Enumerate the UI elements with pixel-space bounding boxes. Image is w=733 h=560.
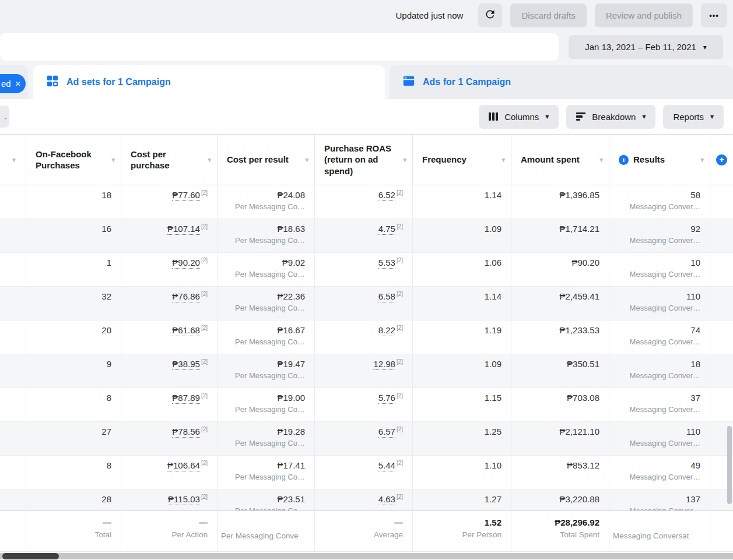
tab-ads[interactable]: Ads for 1 Campaign: [390, 65, 733, 99]
cell-cost-per-result: ₱17.41 Per Messaging Co…: [218, 456, 315, 489]
cell-results: 58 Messaging Conver…: [609, 185, 710, 219]
cell-roas: 8.22[2]: [315, 320, 413, 354]
total-roas: — Average: [315, 511, 413, 551]
reports-button[interactable]: Reports ▾: [663, 105, 724, 129]
cell-cost-per-purchase: ₱106.64[2]: [121, 456, 218, 489]
sort-caret-icon: ▾: [599, 156, 603, 164]
table-row: 9 ₱38.95[2] ₱19.47 Per Messaging Co… 12.…: [0, 354, 733, 388]
cost-per-purchase-value: ₱107.14: [167, 224, 200, 235]
header-label: Cost per purchase: [131, 149, 205, 171]
chevron-down-icon: ▾: [703, 44, 707, 51]
more-options-button[interactable]: •••: [701, 3, 727, 27]
ellipsis-icon: •••: [709, 11, 719, 20]
cost-per-result-unit: Per Messaging Co…: [222, 270, 305, 279]
date-range-button[interactable]: Jan 13, 2021 – Feb 11, 2021 ▾: [569, 35, 723, 59]
footnote-marker: [2]: [397, 291, 403, 297]
cell-cost-per-purchase: ₱76.86[2]: [121, 287, 218, 320]
cell-cost-per-result: ₱9.02 Per Messaging Co…: [218, 253, 315, 286]
cost-per-result-value: ₱9.02: [222, 258, 305, 267]
roas-value: 4.63: [378, 494, 395, 505]
footnote-marker: [2]: [397, 426, 403, 432]
close-icon[interactable]: ✕: [15, 80, 21, 88]
dot-icon: ·: [5, 114, 7, 122]
header-purchase-roas[interactable]: Purchase ROAS (return on ad spend) ▾: [315, 135, 413, 185]
results-unit: Messaging Conver…: [614, 439, 700, 448]
cost-per-result-value: ₱24.08: [222, 190, 305, 200]
horizontal-scrollbar-thumb[interactable]: [2, 553, 59, 559]
frequency-value: 1.14: [485, 190, 501, 200]
breakdown-button[interactable]: Breakdown ▾: [566, 105, 655, 129]
header-cost-per-result[interactable]: Cost per result ▾: [218, 135, 315, 185]
columns-button[interactable]: Columns ▾: [479, 105, 559, 129]
amount-spent-value: ₱90.20: [571, 258, 599, 267]
cost-per-purchase-value: ₱87.89: [172, 393, 200, 404]
total-frequency-label: Per Person: [418, 530, 501, 539]
cell-amount-spent: ₱1,714.21: [511, 219, 609, 252]
purchases-value: 16: [101, 224, 111, 234]
cell-clipped: [0, 388, 26, 421]
header-label: Cost per result: [227, 154, 303, 165]
cell-purchases: 18: [26, 185, 121, 219]
cell-amount-spent: ₱703.08: [511, 388, 609, 421]
cell-roas: 4.63[2]: [315, 489, 413, 510]
vertical-scrollbar-thumb[interactable]: [727, 426, 732, 504]
footnote-marker: [2]: [397, 325, 403, 331]
cell-add-column: [710, 354, 733, 388]
cell-cost-per-purchase: ₱115.03[2]: [121, 489, 218, 510]
cell-results: 10 Messaging Conver…: [609, 253, 710, 286]
cell-purchases: 8: [26, 456, 121, 489]
total-spent-label: Total Spent: [516, 530, 599, 539]
table-row: 28 ₱115.03[2] ₱23.51 Per Messaging Co… 4…: [0, 489, 733, 510]
results-unit: Messaging Conver…: [614, 270, 700, 279]
cell-frequency: 1.15: [413, 388, 511, 421]
results-unit: Messaging Conver…: [614, 506, 700, 510]
date-range-label: Jan 13, 2021 – Feb 11, 2021: [585, 42, 696, 52]
footnote-marker: [2]: [397, 460, 403, 466]
tab-bar: ed ✕ Ad sets for 1 Campaign: [0, 61, 733, 99]
review-and-publish-button[interactable]: Review and publish: [595, 3, 693, 27]
footnote-marker: [2]: [397, 494, 403, 500]
cost-per-purchase-value: ₱77.60: [172, 190, 200, 201]
cost-per-purchase-value: ₱90.20: [172, 258, 200, 269]
cell-results: 137 Messaging Conver…: [609, 489, 710, 510]
cost-per-purchase-value: ₱78.56: [172, 427, 200, 438]
footnote-marker: [2]: [201, 291, 208, 297]
results-unit: Messaging Conver…: [614, 236, 700, 245]
selected-filter-chip[interactable]: ed ✕: [0, 74, 26, 93]
cell-add-column: [710, 253, 733, 286]
header-on-facebook-purchases[interactable]: On-Facebook Purchases ▾: [26, 135, 121, 185]
results-value: 74: [614, 325, 700, 335]
horizontal-scrollbar[interactable]: [0, 553, 733, 559]
filter-chip-label: ed: [1, 79, 11, 89]
cost-per-purchase-value: ₱76.86: [172, 291, 200, 302]
footnote-marker: [2]: [397, 189, 403, 196]
cell-frequency: 1.19: [413, 320, 511, 354]
header-amount-spent[interactable]: Amount spent ▾: [511, 135, 609, 185]
clipped-toolbar-button[interactable]: ·: [0, 105, 9, 128]
search-filter-bar[interactable]: [0, 33, 559, 61]
frequency-value: 1.14: [485, 291, 501, 301]
frequency-value: 1.25: [485, 427, 501, 436]
refresh-button[interactable]: [478, 3, 502, 27]
tab-ad-sets[interactable]: Ad sets for 1 Campaign: [33, 65, 385, 99]
chevron-down-icon: ▾: [545, 113, 549, 120]
table-row: 18 ₱77.60[2] ₱24.08 Per Messaging Co… 6.…: [0, 185, 733, 219]
table-row: 8 ₱106.64[2] ₱17.41 Per Messaging Co… 5.…: [0, 456, 733, 489]
header-frequency[interactable]: Frequency ▾: [413, 135, 511, 185]
footnote-marker: [2]: [201, 460, 208, 466]
total-purchases-value: —: [31, 517, 111, 527]
cell-clipped: [0, 219, 26, 252]
header-cost-per-purchase[interactable]: Cost per purchase ▾: [121, 135, 218, 185]
cost-per-result-value: ₱19.28: [222, 427, 305, 436]
header-add-column[interactable]: +: [710, 135, 733, 185]
sort-caret-icon: ▾: [111, 156, 115, 164]
header-clipped-column[interactable]: ▾: [0, 135, 26, 185]
cost-per-purchase-value: ₱115.03: [168, 494, 200, 505]
frequency-value: 1.10: [485, 460, 501, 470]
discard-drafts-button[interactable]: Discard drafts: [510, 3, 587, 27]
cell-cost-per-result: ₱22.36 Per Messaging Co…: [218, 287, 315, 320]
cell-purchases: 8: [26, 388, 121, 421]
cell-roas: 5.53[2]: [315, 253, 413, 286]
header-results[interactable]: i Results ▾: [609, 135, 710, 185]
cell-results: 110 Messaging Conver…: [609, 287, 710, 320]
